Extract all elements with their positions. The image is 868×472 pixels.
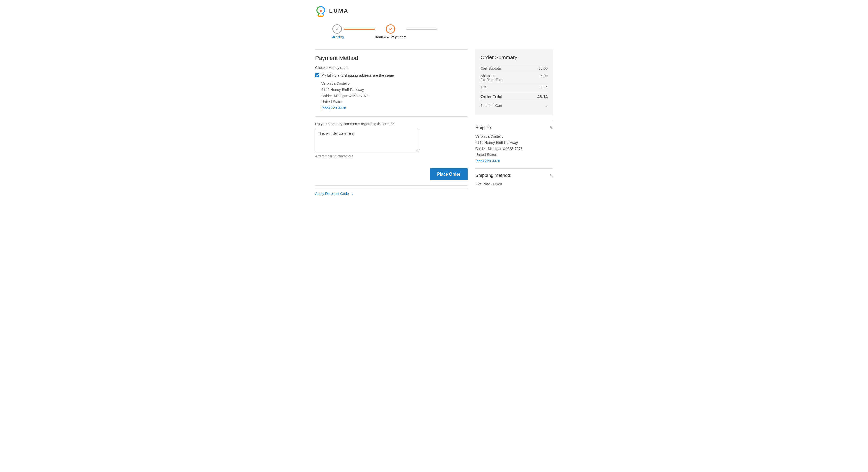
order-total-row: Order Total 46.14 — [480, 92, 548, 101]
ship-to-country: United States — [475, 152, 553, 158]
shipping-method-edit-icon[interactable]: ✎ — [550, 173, 553, 178]
logo-icon — [315, 5, 327, 17]
ship-to-address: Veronica Costello 6146 Honey Bluff Parkw… — [475, 133, 553, 164]
discount-label: Apply Discount Code — [315, 192, 349, 196]
order-summary-box: Order Summary Cart Subtotal 38.00 Shippi… — [475, 49, 553, 116]
shipping-row: Shipping Flat Rate - Fixed 5.00 — [480, 72, 548, 83]
order-total-value: 46.14 — [537, 95, 548, 99]
shipping-value: 5.00 — [541, 74, 548, 82]
comment-textarea[interactable] — [315, 129, 418, 152]
order-total-label: Order Total — [480, 95, 502, 99]
cart-subtotal-label: Cart Subtotal — [480, 66, 502, 70]
place-order-row: Place Order — [315, 163, 468, 186]
ship-to-name: Veronica Costello — [475, 133, 553, 140]
progress-bar: Shipping Review & Payments — [315, 24, 553, 39]
chevron-down-icon: ⌄ — [351, 192, 354, 195]
shipping-method-value: Flat Rate - Fixed — [475, 181, 553, 187]
main-layout: Payment Method Check / Money order My bi… — [315, 49, 553, 199]
payment-section: Payment Method Check / Money order My bi… — [315, 49, 468, 111]
billing-checkbox-row: My billing and shipping address are the … — [315, 73, 468, 77]
logo-text: LUMA — [329, 7, 349, 14]
billing-country: United States — [321, 99, 468, 105]
billing-name: Veronica Costello — [321, 81, 468, 87]
tax-value: 3.14 — [541, 85, 548, 89]
left-column: Payment Method Check / Money order My bi… — [315, 49, 468, 199]
ship-to-street: 6146 Honey Bluff Parkway — [475, 140, 553, 146]
billing-city: Calder, Michigan 49628-7978 — [321, 93, 468, 99]
svg-point-1 — [320, 10, 322, 12]
tax-label: Tax — [480, 85, 486, 89]
comment-label: Do you have any comments regarding the o… — [315, 122, 468, 126]
shipping-sub-label: Flat Rate - Fixed — [480, 78, 503, 82]
ship-to-phone[interactable]: (555) 229-3326 — [475, 159, 500, 163]
payment-section-title: Payment Method — [315, 55, 468, 61]
cart-chevron-icon: ⌄ — [545, 103, 548, 108]
cart-subtotal-row: Cart Subtotal 38.00 — [480, 65, 548, 72]
shipping-method-header: Shipping Method: ✎ — [475, 173, 553, 178]
step-review-circle — [386, 24, 395, 34]
ship-to-header: Ship To: ✎ — [475, 125, 553, 130]
cart-items-row[interactable]: 1 Item in Cart ⌄ — [480, 101, 548, 110]
ship-to-edit-icon[interactable]: ✎ — [550, 125, 553, 130]
discount-row[interactable]: Apply Discount Code ⌄ — [315, 188, 468, 199]
shipping-method-title: Shipping Method: — [475, 173, 512, 178]
billing-phone[interactable]: (555) 229-3326 — [321, 106, 346, 110]
payment-type: Check / Money order — [315, 66, 468, 70]
tax-row: Tax 3.14 — [480, 83, 548, 91]
cart-subtotal-value: 38.00 — [538, 66, 548, 70]
cart-items-label: 1 Item in Cart — [480, 103, 502, 108]
step-review: Review & Payments — [375, 24, 407, 39]
progress-connector-2 — [406, 29, 437, 30]
billing-same-checkbox[interactable] — [315, 73, 319, 77]
billing-street: 6146 Honey Bluff Parkway — [321, 87, 468, 93]
ship-to-title: Ship To: — [475, 125, 492, 130]
comment-section: Do you have any comments regarding the o… — [315, 117, 468, 158]
step-shipping-circle — [333, 24, 342, 34]
billing-address-block: Veronica Costello 6146 Honey Bluff Parkw… — [321, 81, 468, 111]
right-column: Order Summary Cart Subtotal 38.00 Shippi… — [475, 49, 553, 192]
step-shipping[interactable]: Shipping — [331, 24, 344, 39]
ship-to-section: Ship To: ✎ Veronica Costello 6146 Honey … — [475, 121, 553, 168]
shipping-label: Shipping — [480, 74, 503, 78]
shipping-method-section: Shipping Method: ✎ Flat Rate - Fixed — [475, 168, 553, 192]
ship-to-city: Calder, Michigan 49628-7978 — [475, 146, 553, 152]
step-shipping-label[interactable]: Shipping — [331, 35, 344, 39]
char-count: 479 remaining characters — [315, 154, 468, 158]
step-review-label: Review & Payments — [375, 35, 407, 39]
order-summary-title: Order Summary — [480, 55, 548, 60]
billing-checkbox-label[interactable]: My billing and shipping address are the … — [321, 73, 394, 77]
place-order-button[interactable]: Place Order — [430, 168, 468, 180]
shipping-label-group: Shipping Flat Rate - Fixed — [480, 74, 503, 82]
progress-connector — [344, 29, 375, 30]
header: LUMA — [315, 5, 553, 17]
